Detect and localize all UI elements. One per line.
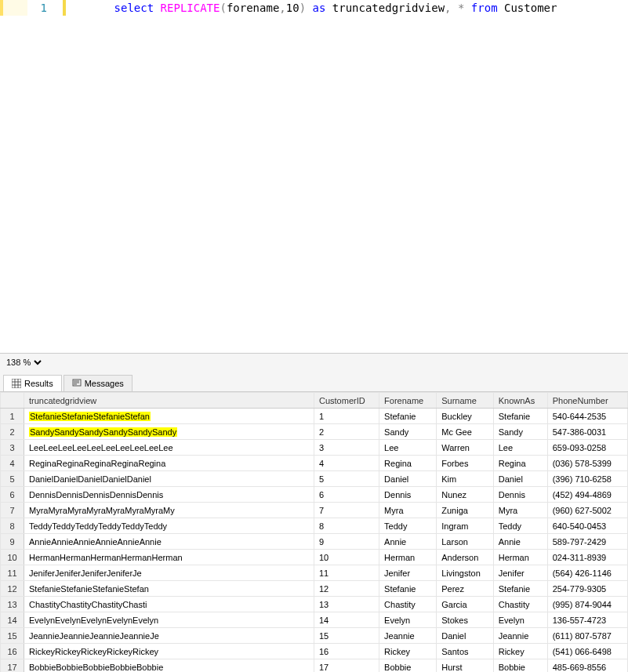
cell[interactable]: 15 xyxy=(314,628,379,644)
row-number[interactable]: 5 xyxy=(1,471,24,487)
cell[interactable]: Larson xyxy=(437,534,493,550)
cell[interactable]: 9 xyxy=(314,534,379,550)
results-grid[interactable]: truncatedgridview CustomerID Forename Su… xyxy=(0,392,628,672)
tab-messages[interactable]: Messages xyxy=(64,375,132,391)
cell[interactable]: (452) 494-4869 xyxy=(547,487,627,503)
cell[interactable]: Daniel xyxy=(379,471,437,487)
cell[interactable]: 1 xyxy=(314,409,379,424)
cell[interactable]: 540-644-2535 xyxy=(547,409,627,424)
cell[interactable]: Forbes xyxy=(437,456,493,471)
cell[interactable]: Rickey xyxy=(493,644,547,659)
cell[interactable]: 11 xyxy=(314,565,379,581)
table-row[interactable]: 3LeeLeeLeeLeeLeeLeeLeeLeeLeeLee3LeeWarre… xyxy=(1,440,628,456)
cell[interactable]: Jenifer xyxy=(493,565,547,581)
row-number[interactable]: 6 xyxy=(1,487,24,503)
row-number[interactable]: 11 xyxy=(1,565,24,581)
cell[interactable]: Bobbie xyxy=(379,659,437,673)
cell[interactable]: 4 xyxy=(314,456,379,471)
cell[interactable]: 547-386-0031 xyxy=(547,424,627,440)
cell[interactable]: 17 xyxy=(314,659,379,673)
row-number[interactable]: 14 xyxy=(1,612,24,628)
cell[interactable]: 136-557-4723 xyxy=(547,612,627,628)
cell[interactable]: 8 xyxy=(314,518,379,534)
table-row[interactable]: 2SandySandySandySandySandySandy2SandyMc … xyxy=(1,424,628,440)
table-row[interactable]: 15JeannieJeannieJeannieJeannieJe15Jeanni… xyxy=(1,628,628,644)
cell[interactable]: Herman xyxy=(493,550,547,565)
cell[interactable]: Evelyn xyxy=(379,612,437,628)
cell[interactable]: ReginaReginaReginaReginaRegina xyxy=(24,456,314,471)
cell[interactable]: Kim xyxy=(437,471,493,487)
cell[interactable]: Dennis xyxy=(493,487,547,503)
table-row[interactable]: 14EvelynEvelynEvelynEvelynEvelyn14Evelyn… xyxy=(1,612,628,628)
cell[interactable]: 13 xyxy=(314,597,379,612)
table-row[interactable]: 6DennisDennisDennisDennisDennis6DennisNu… xyxy=(1,487,628,503)
row-number[interactable]: 9 xyxy=(1,534,24,550)
cell[interactable]: 7 xyxy=(314,503,379,518)
cell[interactable]: EvelynEvelynEvelynEvelynEvelyn xyxy=(24,612,314,628)
cell[interactable]: Garcia xyxy=(437,597,493,612)
cell[interactable]: Annie xyxy=(379,534,437,550)
cell[interactable]: 659-093-0258 xyxy=(547,440,627,456)
col-forename[interactable]: Forename xyxy=(379,393,437,409)
cell[interactable]: Regina xyxy=(493,456,547,471)
row-number[interactable]: 13 xyxy=(1,597,24,612)
cell[interactable]: 12 xyxy=(314,581,379,597)
cell[interactable]: Lee xyxy=(493,440,547,456)
cell[interactable]: Regina xyxy=(379,456,437,471)
cell[interactable]: Teddy xyxy=(493,518,547,534)
cell[interactable]: Ingram xyxy=(437,518,493,534)
cell[interactable]: AnnieAnnieAnnieAnnieAnnieAnnie xyxy=(24,534,314,550)
cell[interactable]: 5 xyxy=(314,471,379,487)
cell[interactable]: Myra xyxy=(379,503,437,518)
table-row[interactable]: 17BobbieBobbieBobbieBobbieBobbie17Bobbie… xyxy=(1,659,628,673)
cell[interactable]: Annie xyxy=(493,534,547,550)
cell[interactable]: Chastity xyxy=(379,597,437,612)
col-surname[interactable]: Surname xyxy=(437,393,493,409)
col-knownas[interactable]: KnownAs xyxy=(493,393,547,409)
cell[interactable]: HermanHermanHermanHermanHerman xyxy=(24,550,314,565)
col-customerid[interactable]: CustomerID xyxy=(314,393,379,409)
cell[interactable]: Stefanie xyxy=(379,581,437,597)
cell[interactable]: ChastityChastityChastityChasti xyxy=(24,597,314,612)
cell[interactable]: Stefanie xyxy=(493,409,547,424)
table-row[interactable]: 9AnnieAnnieAnnieAnnieAnnieAnnie9AnnieLar… xyxy=(1,534,628,550)
cell[interactable]: (960) 627-5002 xyxy=(547,503,627,518)
cell[interactable]: MyraMyraMyraMyraMyraMyraMyraMy xyxy=(24,503,314,518)
row-number[interactable]: 1 xyxy=(1,409,24,424)
cell[interactable]: 485-669-8556 xyxy=(547,659,627,673)
cell[interactable]: (036) 578-5399 xyxy=(547,456,627,471)
row-number[interactable]: 3 xyxy=(1,440,24,456)
cell[interactable]: 024-311-8939 xyxy=(547,550,627,565)
cell[interactable]: JeannieJeannieJeannieJeannieJe xyxy=(24,628,314,644)
cell[interactable]: Mc Gee xyxy=(437,424,493,440)
cell[interactable]: Stokes xyxy=(437,612,493,628)
cell[interactable]: 3 xyxy=(314,440,379,456)
cell[interactable]: StefanieStefanieStefanieStefan xyxy=(24,581,314,597)
cell[interactable]: (541) 066-6498 xyxy=(547,644,627,659)
row-number[interactable]: 15 xyxy=(1,628,24,644)
cell[interactable]: Jeannie xyxy=(493,628,547,644)
table-row[interactable]: 10HermanHermanHermanHermanHerman10Herman… xyxy=(1,550,628,565)
cell[interactable]: Daniel xyxy=(437,628,493,644)
cell[interactable]: LeeLeeLeeLeeLeeLeeLeeLeeLeeLee xyxy=(24,440,314,456)
sql-editor[interactable]: 1 select REPLICATE(forename,10) as trunc… xyxy=(0,0,628,353)
cell[interactable]: Myra xyxy=(493,503,547,518)
cell[interactable]: 640-540-0453 xyxy=(547,518,627,534)
code-text[interactable]: select REPLICATE(forename,10) as truncat… xyxy=(55,0,557,27)
cell[interactable]: DennisDennisDennisDennisDennis xyxy=(24,487,314,503)
cell[interactable]: JeniferJeniferJeniferJeniferJe xyxy=(24,565,314,581)
cell[interactable]: 16 xyxy=(314,644,379,659)
cell[interactable]: Buckley xyxy=(437,409,493,424)
cell[interactable]: (995) 874-9044 xyxy=(547,597,627,612)
cell[interactable]: Warren xyxy=(437,440,493,456)
cell[interactable]: Sandy xyxy=(379,424,437,440)
corner-cell[interactable] xyxy=(1,393,24,409)
table-row[interactable]: 13ChastityChastityChastityChasti13Chasti… xyxy=(1,597,628,612)
cell[interactable]: 6 xyxy=(314,487,379,503)
table-row[interactable]: 1StefanieStefanieStefanieStefan1Stefanie… xyxy=(1,409,628,424)
cell[interactable]: SandySandySandySandySandySandy xyxy=(24,424,314,440)
cell[interactable]: Daniel xyxy=(493,471,547,487)
cell[interactable]: Evelyn xyxy=(493,612,547,628)
cell[interactable]: Dennis xyxy=(379,487,437,503)
cell[interactable]: Chastity xyxy=(493,597,547,612)
